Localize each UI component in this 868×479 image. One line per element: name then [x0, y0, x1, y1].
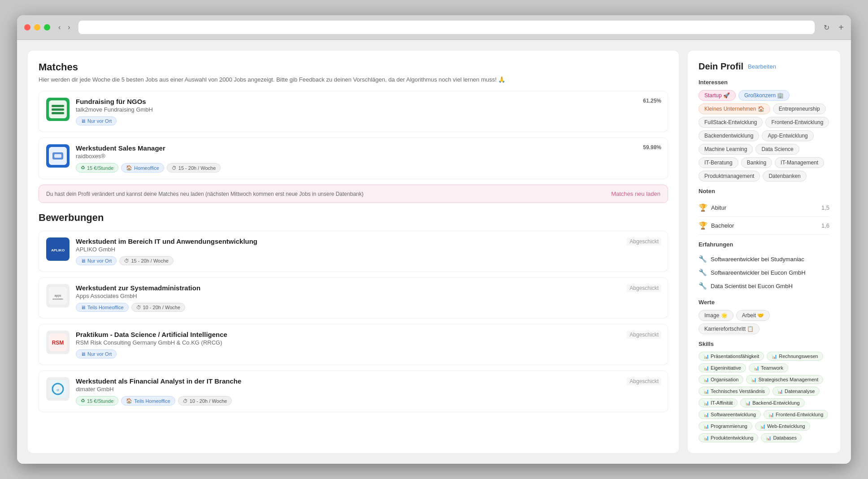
job-tag-homeoffice-2: 🏠 Homeoffice: [121, 163, 164, 173]
svg-rect-3: [52, 112, 64, 114]
skill-teamwork[interactable]: 📊 Teamwork: [749, 363, 788, 372]
bewerbung-company-3: RSM Risk Consulting Germany GmbH & Co.KG…: [76, 339, 660, 346]
interesse-fullstack[interactable]: FullStack-Entwicklung: [699, 117, 763, 128]
skill-strategisches-management[interactable]: 📊 Strategisches Management: [746, 375, 823, 384]
nav-buttons: ‹ ›: [56, 22, 73, 32]
bewerbung-status-1: Abgeschickt: [627, 237, 661, 246]
interesse-entrepreneurship[interactable]: Entrepreneurship: [773, 104, 826, 114]
trophy-icon-1: 🏆: [699, 203, 707, 212]
werte-arbeit[interactable]: Arbeit 🤝: [736, 310, 770, 321]
interesse-app[interactable]: App-Entwicklung: [762, 130, 813, 141]
new-tab-button[interactable]: +: [838, 22, 844, 33]
bewerbung-logo-3: RSM: [46, 331, 69, 354]
noten-label: Noten: [699, 188, 829, 194]
bewerbung-company-4: dimater GmbH: [76, 386, 660, 393]
skill-it-affinitaet[interactable]: 📊 IT-Affinität: [699, 398, 738, 407]
right-panel: Dein Profil Bearbeiten Interessen Startu…: [688, 51, 840, 453]
skill-frontend[interactable]: 📊 Frontend-Entwicklung: [764, 410, 828, 419]
svg-rect-6: [54, 154, 61, 158]
bewerbung-status-3: Abgeschickt: [627, 331, 661, 339]
interesse-datenbanken[interactable]: Datenbanken: [763, 171, 806, 181]
bewerbung-status-4: Abgeschickt: [627, 377, 661, 385]
skill-datenanalyse[interactable]: 📊 Datenanalyse: [773, 387, 820, 396]
interesse-banking[interactable]: Banking: [741, 157, 772, 168]
bewerbung-company-1: APLIKO GmbH: [76, 246, 660, 253]
svg-text:APLIKO: APLIKO: [51, 248, 65, 252]
reload-matches-button[interactable]: Matches neu laden: [611, 190, 660, 197]
matches-title: Matches: [39, 61, 668, 73]
forward-button[interactable]: ›: [65, 22, 73, 32]
skill-eigeninitiative[interactable]: 📊 Eigeninitiative: [699, 363, 746, 372]
interesse-produktmanagement[interactable]: Produktmanagement: [699, 171, 760, 181]
edit-profile-link[interactable]: Bearbeiten: [748, 63, 776, 70]
skill-technisches-verstaendnis[interactable]: 📊 Technisches Verständnis: [699, 387, 770, 396]
refresh-button[interactable]: ↻: [824, 23, 829, 32]
interesse-itberatung[interactable]: IT-Beratung: [699, 157, 738, 168]
skill-softwareentwicklung[interactable]: 📊 Softwareentwicklung: [699, 410, 761, 419]
skill-produktentwicklung[interactable]: 📊 Produktentwicklung: [699, 433, 758, 442]
skill-rechnungswesen[interactable]: 📊 Rechnungswesen: [767, 352, 823, 361]
werte-image[interactable]: Image 🌟: [699, 310, 733, 321]
skill-programmierung[interactable]: 📊 Programmierung: [699, 422, 752, 431]
werte-karriere[interactable]: Karrierefortschritt 📋: [699, 324, 760, 334]
interesse-ml[interactable]: Machine Learning: [699, 144, 753, 155]
skills-container: 📊 Präsentationsfähigkeit 📊 Rechnungswese…: [699, 352, 829, 442]
bewerbung-tag-2-2: ⏱ 10 - 20h / Woche: [131, 303, 186, 312]
skill-databases[interactable]: 📊 Databases: [761, 433, 802, 442]
interesse-grosskonzern[interactable]: Großkonzern 🏢: [738, 90, 790, 101]
bewerbung-tag-2-1: 🖥 Teils Homeoffice: [76, 303, 129, 312]
bewerbung-tags-1: 🖥 Nur vor Ort ⏱ 15 - 20h / Woche: [76, 256, 660, 265]
matches-subtitle: Hier werden dir jede Woche die 5 besten …: [39, 76, 668, 84]
skill-organisation[interactable]: 📊 Organisation: [699, 375, 743, 384]
interesse-datascience[interactable]: Data Science: [755, 144, 799, 155]
bewerbung-job-1[interactable]: APLIKO Werkstudent im Bereich IT und Anw…: [39, 231, 668, 272]
skill-praesentation[interactable]: 📊 Präsentationsfähigkeit: [699, 352, 764, 361]
interesse-frontend[interactable]: Frontend-Entwicklung: [765, 117, 829, 128]
address-bar[interactable]: [78, 21, 815, 34]
bewerbung-job-2[interactable]: apps associates Werkstudent zur Systemad…: [39, 277, 668, 319]
match-job-2[interactable]: Werkstudent Sales Manager raidboxes® ♻ 1…: [39, 138, 668, 179]
bewerbung-title-1: Werkstudent im Bereich IT und Anwendungs…: [76, 237, 660, 245]
bewerbung-tags-3: 🖥 Nur vor Ort: [76, 350, 660, 358]
interesse-backend[interactable]: Backendentwicklung: [699, 130, 759, 141]
match-job-1[interactable]: Fundraising für NGOs talk2move Fundraisi…: [39, 91, 668, 132]
interesse-kleines-unternehmen[interactable]: Kleines Unternehmen 🏠: [699, 104, 770, 114]
bewerbung-job-3[interactable]: RSM Praktikum - Data Science / Artificia…: [39, 324, 668, 365]
bewerbung-tag-1-2: ⏱ 15 - 20h / Woche: [119, 256, 174, 265]
svg-rect-2: [52, 105, 64, 107]
bewerbung-logo-2: apps associates: [46, 284, 69, 307]
erfahrung-label-3: Data Scientist bei Eucon GmbH: [711, 283, 793, 289]
skill-backend[interactable]: 📊 Backend-Entwicklung: [740, 398, 804, 407]
job-title-2: Werkstudent Sales Manager: [76, 144, 660, 152]
job-tags-2: ♻ 15 €/Stunde 🏠 Homeoffice ⏱ 15 - 20h / …: [76, 163, 660, 173]
skill-webentwicklung[interactable]: 📊 Web-Entwicklung: [755, 422, 810, 431]
close-button[interactable]: [24, 24, 30, 30]
job-company-2: raidboxes®: [76, 153, 660, 160]
left-panel: Matches Hier werden dir jede Woche die 5…: [28, 51, 679, 453]
minimize-button[interactable]: [34, 24, 40, 30]
svg-text:associates: associates: [52, 298, 63, 300]
interesse-itmanagement[interactable]: IT-Management: [775, 157, 824, 168]
abitur-value: 1,5: [821, 204, 829, 211]
bewerbung-tag-4-3: ⏱ 10 - 20h / Woche: [178, 396, 232, 406]
exp-icon-3: 🔧: [699, 282, 707, 290]
werte-label: Werte: [699, 299, 829, 306]
back-button[interactable]: ‹: [56, 22, 63, 32]
interessen-tags: Startup 🚀 Großkonzern 🏢 Kleines Unterneh…: [699, 90, 829, 181]
interesse-startup[interactable]: Startup 🚀: [699, 90, 736, 101]
bewerbung-job-4[interactable]: di Werkstudent als Financial Analyst in …: [39, 371, 668, 412]
bewerbung-tag-4-1: ♻ 15 €/Stunde: [76, 396, 118, 406]
browser-content: Matches Hier werden dir jede Woche die 5…: [17, 40, 851, 464]
bachelor-value: 1,6: [821, 222, 829, 229]
noten-bachelor: 🏆 Bachelor 1,6: [699, 217, 829, 235]
profile-title: Dein Profil: [699, 61, 743, 72]
svg-rect-1: [52, 108, 64, 111]
trophy-icon-2: 🏆: [699, 221, 707, 230]
erfahrung-label-2: Softwareentwickler bei Eucon GmbH: [711, 269, 806, 276]
erfahrung-3: 🔧 Data Scientist bei Eucon GmbH: [699, 279, 829, 293]
maximize-button[interactable]: [44, 24, 50, 30]
erfahrung-2: 🔧 Softwareentwickler bei Eucon GmbH: [699, 266, 829, 279]
profile-header: Dein Profil Bearbeiten: [699, 61, 829, 72]
job-info-2: Werkstudent Sales Manager raidboxes® ♻ 1…: [76, 144, 660, 173]
bewerbung-tag-4-2: 🏠 Teils Homeoffice: [121, 396, 175, 406]
